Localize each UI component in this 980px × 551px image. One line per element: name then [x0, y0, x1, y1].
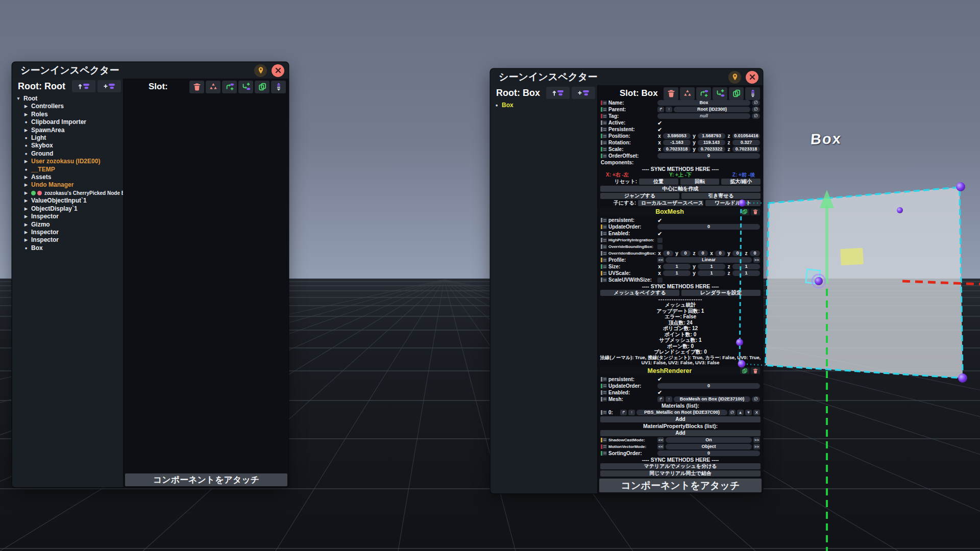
bb-max-z-field[interactable]: 0	[750, 251, 760, 256]
merge-same-material-button[interactable]: 同じマテリアル同士で結合	[600, 470, 761, 477]
parent-up-button[interactable]: ↑	[666, 396, 672, 402]
remove-component-button[interactable]	[751, 367, 760, 374]
expand-icon[interactable]: ▶	[23, 197, 29, 205]
titlebar[interactable]: シーンインスペクター	[491, 69, 763, 85]
expand-icon[interactable]: ▶	[23, 181, 29, 189]
component-header-meshrenderer[interactable]: MeshRenderer	[600, 367, 761, 375]
enum-next-button[interactable]: >>	[753, 444, 760, 449]
add-child-button[interactable]	[713, 87, 727, 100]
tree-item[interactable]: ●Clipboard Importer	[16, 118, 122, 126]
collapse-icon[interactable]: ▼	[16, 95, 21, 103]
scale-z-field[interactable]: 0.7023318	[732, 146, 760, 152]
tree-item[interactable]: ●__TEMP	[16, 166, 122, 173]
setup-renderer-button[interactable]: レンダラーを設定	[681, 290, 761, 296]
move-item-up-button[interactable]: ▲	[737, 410, 744, 415]
tree-item[interactable]: ▶Gizmo	[16, 221, 122, 229]
add-property-block-button[interactable]: Add	[600, 430, 761, 436]
bb-max-y-field[interactable]: 0	[732, 251, 743, 256]
tree-item[interactable]: ▶zozokasu's CherryPicked Node Browser	[16, 189, 122, 197]
uvscale-x-field[interactable]: 1	[663, 270, 691, 276]
set-null-button[interactable]: ∅	[752, 100, 760, 106]
uvscale-y-field[interactable]: 1	[698, 270, 725, 276]
component-header-boxmesh[interactable]: BoxMesh	[600, 208, 761, 216]
shadowcast-field[interactable]: On	[666, 437, 752, 443]
move-root-up-button[interactable]	[546, 87, 570, 99]
size-y-field[interactable]: 1	[698, 264, 725, 269]
persistent-checkbox[interactable]: ✔	[657, 217, 662, 223]
reset-rotation-button[interactable]: 回転	[680, 179, 720, 185]
enum-prev-button[interactable]: <<	[657, 444, 664, 449]
motionvector-field[interactable]: Object	[666, 444, 752, 449]
expand-icon[interactable]: ▶	[23, 229, 29, 236]
tree-item[interactable]: ▶Inspector	[16, 236, 122, 244]
persistent-checkbox[interactable]: ✔	[657, 127, 662, 133]
parent-world-root-button[interactable]: ワールドルート	[705, 200, 761, 206]
position-x-field[interactable]: 3.595053	[663, 133, 691, 139]
enum-prev-button[interactable]: <<	[657, 257, 664, 263]
material-reference-field[interactable]: PBS_Metallic on Root (ID2E37C00)	[636, 410, 727, 415]
attach-component-button[interactable]: コンポーネントをアタッチ	[599, 479, 762, 492]
insert-parent-button[interactable]	[222, 81, 237, 93]
scaleuv-checkbox[interactable]	[657, 278, 663, 283]
add-child-button[interactable]	[238, 81, 253, 93]
destroy-slot-button[interactable]	[664, 87, 678, 100]
add-child-slot-button[interactable]	[572, 87, 595, 99]
titlebar[interactable]: シーンインスペクター	[12, 62, 288, 79]
profile-field[interactable]: Linear	[666, 257, 752, 263]
jump-to-reference-button[interactable]: ↱	[657, 107, 664, 112]
pull-here-button[interactable]: 引き寄せる	[681, 193, 761, 199]
tree-item[interactable]: ▼Root	[16, 95, 122, 103]
expand-icon[interactable]: ▶	[23, 236, 29, 244]
bb-max-x-field[interactable]: 0	[715, 251, 725, 256]
add-child-slot-button[interactable]	[97, 80, 121, 92]
overridebb-checkbox[interactable]	[657, 244, 663, 249]
mesh-reference-field[interactable]: BoxMesh on Box (ID2E37100)	[674, 396, 750, 402]
tree-item[interactable]: ▶Roles	[16, 111, 122, 118]
bb-min-y-field[interactable]: 0	[680, 251, 691, 256]
tree-item-selected[interactable]: ●Box	[494, 102, 596, 109]
size-x-field[interactable]: 1	[663, 264, 691, 269]
destroy-slot-button[interactable]	[189, 81, 204, 93]
reset-position-button[interactable]: 位置	[639, 179, 678, 185]
reorder-slot-button[interactable]	[271, 81, 286, 93]
set-null-button[interactable]: ∅	[729, 410, 736, 415]
remove-component-button[interactable]	[751, 209, 760, 215]
bb-min-z-field[interactable]: 0	[698, 251, 708, 256]
enum-next-button[interactable]: >>	[753, 437, 760, 443]
position-y-field[interactable]: 1.568793	[698, 133, 725, 139]
expand-icon[interactable]: ▶	[23, 127, 29, 134]
rotation-z-field[interactable]: 0.327	[732, 140, 760, 145]
jump-to-reference-button[interactable]: ↱	[657, 396, 664, 402]
parent-local-user-space-button[interactable]: ローカルユーザースペース	[638, 200, 703, 206]
split-by-material-button[interactable]: マテリアルでメッシュを分ける	[600, 463, 761, 469]
parent-up-button[interactable]: ↑	[666, 107, 672, 112]
expand-icon[interactable]: ▶	[23, 189, 29, 197]
sortingorder-field[interactable]: 0	[657, 450, 760, 456]
expand-icon[interactable]: ▶	[23, 111, 29, 118]
position-z-field[interactable]: 0.01054416	[732, 133, 760, 139]
uvscale-z-field[interactable]: 1	[732, 270, 760, 276]
tag-field[interactable]: null	[657, 113, 750, 119]
tree-item[interactable]: ▶User zozokasu (ID2E00)	[16, 158, 122, 165]
name-field[interactable]: Box	[657, 100, 750, 106]
expand-icon[interactable]: ▶	[23, 173, 29, 181]
attach-component-button[interactable]: コンポーネントをアタッチ	[125, 473, 287, 486]
enabled-checkbox[interactable]: ✔	[657, 231, 662, 237]
updateorder-field[interactable]: 0	[657, 224, 760, 230]
active-checkbox[interactable]: ✔	[657, 120, 662, 126]
duplicate-slot-button[interactable]	[729, 87, 744, 100]
tree-item[interactable]: ▶ValueObjectInput`1	[16, 197, 122, 205]
close-button[interactable]	[746, 71, 758, 84]
rotation-y-field[interactable]: 119.143	[698, 140, 725, 145]
parent-up-button[interactable]: ↑	[628, 410, 635, 415]
duplicate-slot-button[interactable]	[255, 81, 270, 93]
jump-to-reference-button[interactable]: ↱	[620, 410, 627, 415]
tree-item[interactable]: ●Skybox	[16, 142, 122, 149]
destroy-preserve-button[interactable]	[680, 87, 695, 100]
create-pivot-button[interactable]: 中心に軸を作成	[600, 186, 761, 192]
move-item-down-button[interactable]: ▼	[745, 410, 752, 415]
duplicate-component-button[interactable]	[740, 367, 749, 374]
tree-item[interactable]: ▶Assets	[16, 173, 122, 181]
set-null-button[interactable]: ∅	[752, 396, 760, 402]
duplicate-component-button[interactable]	[740, 209, 749, 215]
